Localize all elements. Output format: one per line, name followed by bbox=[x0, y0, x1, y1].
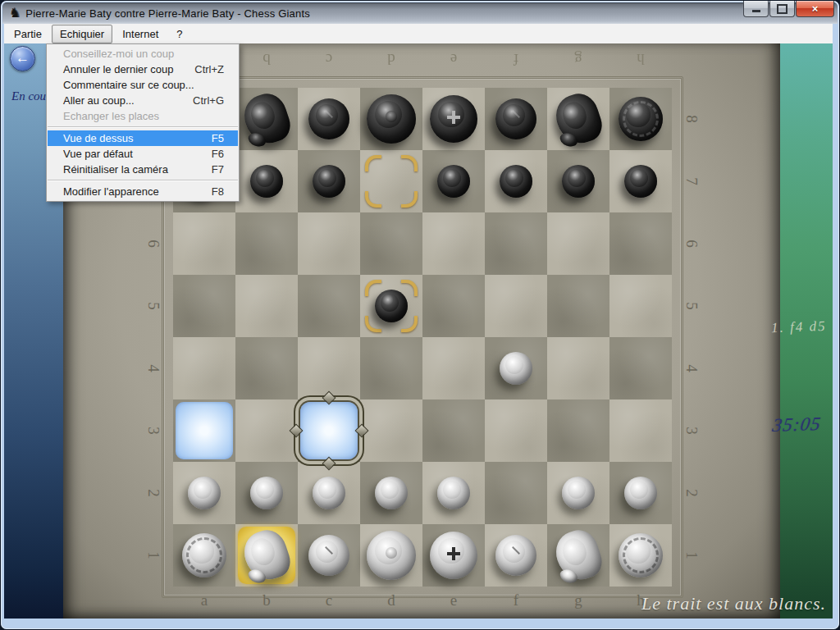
square-g4[interactable] bbox=[547, 337, 609, 399]
square-g6[interactable] bbox=[547, 212, 609, 275]
square-b4[interactable] bbox=[235, 337, 298, 399]
square-b6[interactable] bbox=[235, 212, 298, 275]
square-a5[interactable] bbox=[173, 275, 235, 337]
menu-item-vue-de-dessus[interactable]: Vue de dessusF5 bbox=[48, 130, 238, 146]
piece-white-rook-h1[interactable] bbox=[619, 533, 663, 578]
square-a4[interactable] bbox=[173, 337, 235, 399]
square-g5[interactable] bbox=[547, 275, 609, 337]
hovered-move-target-highlight[interactable] bbox=[300, 402, 358, 459]
menu-item-echanger-les-places[interactable]: Echanger les places bbox=[47, 108, 239, 124]
square-f5[interactable] bbox=[485, 275, 547, 337]
square-h3[interactable] bbox=[609, 399, 672, 462]
square-d4[interactable] bbox=[360, 337, 422, 399]
square-d6[interactable] bbox=[360, 212, 422, 275]
menu-separator bbox=[48, 126, 238, 128]
menu-item-label: Vue par défaut bbox=[63, 148, 133, 160]
turn-status: Le trait est aux blancs. bbox=[641, 593, 826, 614]
piece-white-pawn-e2[interactable] bbox=[437, 477, 470, 509]
piece-black-king-e8[interactable] bbox=[430, 95, 477, 143]
maximize-button[interactable] bbox=[769, 1, 795, 17]
minimize-icon bbox=[752, 10, 760, 12]
menu-item-shortcut: F6 bbox=[212, 148, 224, 160]
piece-white-pawn-c2[interactable] bbox=[313, 477, 345, 509]
menu-separator bbox=[48, 180, 238, 181]
window-controls: × bbox=[742, 1, 834, 17]
menu-item-shortcut: F5 bbox=[212, 132, 224, 144]
menubar-item-?[interactable]: ? bbox=[168, 25, 190, 43]
menu-item-shortcut: F7 bbox=[212, 163, 224, 176]
back-arrow-button[interactable]: ← bbox=[10, 46, 35, 71]
menu-item-label: Modifier l'apparence bbox=[63, 185, 159, 198]
menu-item-label: Annuler le dernier coup bbox=[63, 63, 173, 75]
piece-black-pawn-e7[interactable] bbox=[437, 165, 470, 198]
square-c6[interactable] bbox=[298, 212, 360, 275]
menu-item-label: Echanger les places bbox=[63, 110, 159, 122]
menubar-item-internet[interactable]: Internet bbox=[114, 25, 167, 43]
chess-board[interactable]: aabbccddeeffgghh8877665544332211 bbox=[173, 88, 672, 587]
square-b5[interactable] bbox=[235, 275, 298, 337]
square-f2[interactable] bbox=[485, 462, 547, 524]
piece-white-queen-d1[interactable] bbox=[367, 531, 416, 580]
piece-white-pawn-d2[interactable] bbox=[375, 477, 408, 509]
piece-black-bishop-c8[interactable] bbox=[308, 98, 349, 139]
menu-item-label: Conseillez-moi un coup bbox=[63, 48, 174, 60]
square-d7[interactable] bbox=[360, 150, 422, 212]
piece-black-pawn-b7[interactable] bbox=[250, 165, 283, 198]
menu-item-shortcut: F8 bbox=[212, 185, 224, 198]
square-e5[interactable] bbox=[422, 275, 485, 337]
menu-item-r-initialiser-la-cam-ra[interactable]: Réinitialiser la caméraF7 bbox=[47, 162, 239, 177]
menu-item-commentaire-sur-ce-coup[interactable]: Commentaire sur ce coup... bbox=[47, 77, 239, 93]
piece-white-pawn-g2[interactable] bbox=[562, 477, 595, 509]
menu-item-modifier-l-apparence[interactable]: Modifier l'apparenceF8 bbox=[47, 184, 239, 199]
piece-black-pawn-c7[interactable] bbox=[313, 165, 345, 198]
square-f6[interactable] bbox=[485, 212, 547, 275]
piece-white-rook-a1[interactable] bbox=[182, 533, 226, 578]
square-e4[interactable] bbox=[422, 337, 485, 399]
menu-item-label: Vue de dessus bbox=[63, 132, 134, 144]
minimize-button[interactable] bbox=[743, 1, 769, 17]
square-h6[interactable] bbox=[609, 212, 672, 275]
piece-black-pawn-g7[interactable] bbox=[562, 165, 595, 198]
square-d3[interactable] bbox=[360, 399, 422, 462]
menubar-item-partie[interactable]: Partie bbox=[6, 25, 50, 43]
square-e6[interactable] bbox=[422, 212, 485, 275]
square-a6[interactable] bbox=[173, 212, 235, 275]
piece-black-queen-d8[interactable] bbox=[367, 94, 416, 144]
square-h5[interactable] bbox=[609, 275, 672, 337]
menu-item-conseillez-moi-un-coup[interactable]: Conseillez-moi un coup bbox=[47, 46, 239, 62]
menu-item-shortcut: Ctrl+Z bbox=[194, 63, 224, 75]
menu-item-vue-par-d-faut[interactable]: Vue par défautF6 bbox=[47, 146, 239, 162]
maximize-icon bbox=[777, 4, 788, 14]
piece-white-pawn-f4[interactable] bbox=[500, 352, 532, 385]
menu-item-shortcut: Ctrl+G bbox=[193, 94, 224, 107]
titlebar[interactable]: ♞ Pierre-Marie Baty contre Pierre-Marie … bbox=[2, 2, 838, 24]
piece-white-pawn-h2[interactable] bbox=[624, 477, 657, 509]
menu-item-aller-au-coup[interactable]: Aller au coup...Ctrl+G bbox=[47, 93, 239, 108]
piece-black-pawn-f7[interactable] bbox=[500, 165, 532, 198]
menubar-item-echiquier[interactable]: Echiquier bbox=[52, 25, 112, 43]
piece-white-bishop-f1[interactable] bbox=[495, 535, 536, 576]
piece-black-bishop-f8[interactable] bbox=[495, 98, 536, 139]
echiquier-dropdown-menu: Conseillez-moi un coupAnnuler le dernier… bbox=[46, 43, 240, 202]
game-progress-label: En cou bbox=[11, 89, 49, 103]
piece-black-pawn-d5[interactable] bbox=[375, 290, 408, 322]
menu-item-label: Commentaire sur ce coup... bbox=[63, 79, 194, 91]
piece-black-pawn-h7[interactable] bbox=[624, 165, 657, 198]
square-g3[interactable] bbox=[547, 399, 609, 462]
square-e3[interactable] bbox=[422, 399, 485, 462]
piece-white-pawn-a2[interactable] bbox=[188, 477, 221, 509]
square-f3[interactable] bbox=[485, 399, 547, 462]
menu-item-annuler-le-dernier-coup[interactable]: Annuler le dernier coupCtrl+Z bbox=[47, 62, 239, 77]
chess-knight-icon: ♞ bbox=[9, 7, 21, 20]
move-target-highlight[interactable] bbox=[176, 402, 233, 459]
piece-black-rook-h8[interactable] bbox=[619, 97, 663, 141]
close-button[interactable]: × bbox=[796, 1, 834, 17]
square-c5[interactable] bbox=[298, 275, 360, 337]
piece-white-king-e1[interactable] bbox=[430, 532, 477, 579]
piece-white-pawn-b2[interactable] bbox=[250, 477, 283, 509]
close-icon: × bbox=[812, 2, 819, 15]
square-h4[interactable] bbox=[609, 337, 672, 399]
piece-white-bishop-c1[interactable] bbox=[308, 535, 349, 576]
game-clock: 35:05 bbox=[771, 413, 823, 436]
menu-item-label: Réinitialiser la caméra bbox=[63, 163, 168, 176]
